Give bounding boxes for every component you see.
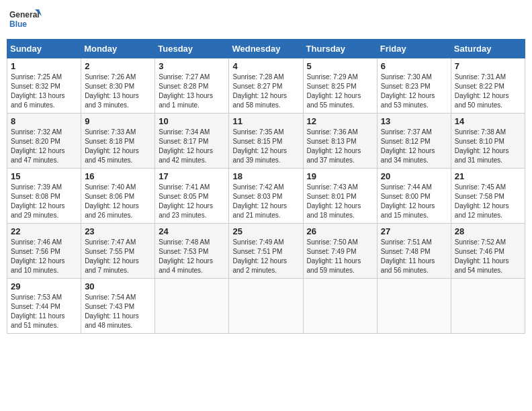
day-info: Sunrise: 7:52 AM Sunset: 7:46 PM Dayligh… [455,238,521,275]
calendar-cell [451,279,525,334]
day-number: 6 [381,61,447,71]
calendar-cell [303,279,377,334]
day-number: 28 [455,226,521,236]
calendar-cell: 29 Sunrise: 7:53 AM Sunset: 7:44 PM Dayl… [7,279,81,334]
day-number: 24 [159,226,225,236]
day-info: Sunrise: 7:40 AM Sunset: 8:06 PM Dayligh… [85,183,151,220]
day-number: 27 [381,226,447,236]
svg-text:Blue: Blue [9,19,27,29]
calendar-cell [377,279,451,334]
day-number: 5 [307,61,373,71]
day-info: Sunrise: 7:25 AM Sunset: 8:32 PM Dayligh… [11,73,77,110]
calendar-header-row: SundayMondayTuesdayWednesdayThursdayFrid… [7,40,525,58]
day-info: Sunrise: 7:45 AM Sunset: 7:58 PM Dayligh… [455,183,521,220]
day-info: Sunrise: 7:28 AM Sunset: 8:27 PM Dayligh… [232,73,299,110]
day-number: 18 [232,171,299,181]
calendar-week-4: 22 Sunrise: 7:46 AM Sunset: 7:56 PM Dayl… [7,224,525,279]
day-info: Sunrise: 7:30 AM Sunset: 8:23 PM Dayligh… [381,73,447,110]
column-header-saturday: Saturday [451,40,525,58]
day-number: 8 [11,116,77,126]
day-number: 11 [232,116,299,126]
day-info: Sunrise: 7:42 AM Sunset: 8:03 PM Dayligh… [232,183,299,220]
day-number: 1 [11,61,77,71]
calendar-table: SundayMondayTuesdayWednesdayThursdayFrid… [7,39,525,334]
calendar-cell: 5 Sunrise: 7:29 AM Sunset: 8:25 PM Dayli… [303,58,377,113]
day-info: Sunrise: 7:27 AM Sunset: 8:28 PM Dayligh… [159,73,225,110]
day-number: 12 [307,116,373,126]
day-info: Sunrise: 7:39 AM Sunset: 8:08 PM Dayligh… [11,183,77,220]
calendar-cell: 7 Sunrise: 7:31 AM Sunset: 8:22 PM Dayli… [451,58,525,113]
calendar-cell: 14 Sunrise: 7:38 AM Sunset: 8:10 PM Dayl… [451,113,525,169]
day-number: 13 [381,116,447,126]
calendar-cell [155,279,229,334]
logo-svg: General Blue [9,7,43,34]
day-number: 30 [85,281,151,291]
day-info: Sunrise: 7:47 AM Sunset: 7:55 PM Dayligh… [85,238,151,275]
calendar-cell: 8 Sunrise: 7:32 AM Sunset: 8:20 PM Dayli… [7,113,81,169]
calendar-cell: 1 Sunrise: 7:25 AM Sunset: 8:32 PM Dayli… [7,58,81,113]
column-header-friday: Friday [377,40,451,58]
calendar-cell: 9 Sunrise: 7:33 AM Sunset: 8:18 PM Dayli… [81,113,155,169]
calendar-cell: 13 Sunrise: 7:37 AM Sunset: 8:12 PM Dayl… [377,113,451,169]
day-info: Sunrise: 7:31 AM Sunset: 8:22 PM Dayligh… [455,73,521,110]
column-header-thursday: Thursday [303,40,377,58]
day-number: 15 [11,171,77,181]
day-info: Sunrise: 7:48 AM Sunset: 7:53 PM Dayligh… [159,238,225,275]
day-number: 7 [455,61,521,71]
day-number: 9 [85,116,151,126]
day-number: 23 [85,226,151,236]
svg-text:General: General [9,10,40,19]
day-number: 20 [381,171,447,181]
day-number: 22 [11,226,77,236]
calendar-cell: 16 Sunrise: 7:40 AM Sunset: 8:06 PM Dayl… [81,169,155,224]
calendar-cell: 25 Sunrise: 7:49 AM Sunset: 7:51 PM Dayl… [229,224,303,279]
calendar-cell: 18 Sunrise: 7:42 AM Sunset: 8:03 PM Dayl… [229,169,303,224]
day-number: 10 [159,116,225,126]
day-number: 29 [11,281,77,291]
page-header: General Blue [7,7,525,34]
day-info: Sunrise: 7:54 AM Sunset: 7:43 PM Dayligh… [85,293,151,330]
day-number: 4 [232,61,299,71]
calendar-cell: 10 Sunrise: 7:34 AM Sunset: 8:17 PM Dayl… [155,113,229,169]
column-header-tuesday: Tuesday [155,40,229,58]
logo: General Blue [9,7,43,34]
day-info: Sunrise: 7:36 AM Sunset: 8:13 PM Dayligh… [307,128,373,165]
day-info: Sunrise: 7:29 AM Sunset: 8:25 PM Dayligh… [307,73,373,110]
day-info: Sunrise: 7:50 AM Sunset: 7:49 PM Dayligh… [307,238,373,275]
calendar-week-1: 1 Sunrise: 7:25 AM Sunset: 8:32 PM Dayli… [7,58,525,113]
day-number: 16 [85,171,151,181]
calendar-cell: 27 Sunrise: 7:51 AM Sunset: 7:48 PM Dayl… [377,224,451,279]
day-number: 14 [455,116,521,126]
calendar-cell: 21 Sunrise: 7:45 AM Sunset: 7:58 PM Dayl… [451,169,525,224]
calendar-cell: 19 Sunrise: 7:43 AM Sunset: 8:01 PM Dayl… [303,169,377,224]
calendar-cell: 4 Sunrise: 7:28 AM Sunset: 8:27 PM Dayli… [229,58,303,113]
calendar-cell: 12 Sunrise: 7:36 AM Sunset: 8:13 PM Dayl… [303,113,377,169]
calendar-cell: 22 Sunrise: 7:46 AM Sunset: 7:56 PM Dayl… [7,224,81,279]
calendar-week-3: 15 Sunrise: 7:39 AM Sunset: 8:08 PM Dayl… [7,169,525,224]
day-info: Sunrise: 7:26 AM Sunset: 8:30 PM Dayligh… [85,73,151,110]
calendar-cell: 26 Sunrise: 7:50 AM Sunset: 7:49 PM Dayl… [303,224,377,279]
calendar-cell: 3 Sunrise: 7:27 AM Sunset: 8:28 PM Dayli… [155,58,229,113]
column-header-sunday: Sunday [7,40,81,58]
day-info: Sunrise: 7:34 AM Sunset: 8:17 PM Dayligh… [159,128,225,165]
day-info: Sunrise: 7:43 AM Sunset: 8:01 PM Dayligh… [307,183,373,220]
calendar-cell: 30 Sunrise: 7:54 AM Sunset: 7:43 PM Dayl… [81,279,155,334]
day-info: Sunrise: 7:53 AM Sunset: 7:44 PM Dayligh… [11,293,77,330]
calendar-cell: 20 Sunrise: 7:44 AM Sunset: 8:00 PM Dayl… [377,169,451,224]
day-number: 19 [307,171,373,181]
calendar-cell: 2 Sunrise: 7:26 AM Sunset: 8:30 PM Dayli… [81,58,155,113]
day-info: Sunrise: 7:41 AM Sunset: 8:05 PM Dayligh… [159,183,225,220]
calendar-cell [229,279,303,334]
calendar-cell: 28 Sunrise: 7:52 AM Sunset: 7:46 PM Dayl… [451,224,525,279]
calendar-cell: 24 Sunrise: 7:48 AM Sunset: 7:53 PM Dayl… [155,224,229,279]
day-info: Sunrise: 7:33 AM Sunset: 8:18 PM Dayligh… [85,128,151,165]
calendar-cell: 6 Sunrise: 7:30 AM Sunset: 8:23 PM Dayli… [377,58,451,113]
day-info: Sunrise: 7:44 AM Sunset: 8:00 PM Dayligh… [381,183,447,220]
day-number: 2 [85,61,151,71]
day-info: Sunrise: 7:46 AM Sunset: 7:56 PM Dayligh… [11,238,77,275]
calendar-week-5: 29 Sunrise: 7:53 AM Sunset: 7:44 PM Dayl… [7,279,525,334]
day-info: Sunrise: 7:32 AM Sunset: 8:20 PM Dayligh… [11,128,77,165]
day-number: 26 [307,226,373,236]
day-info: Sunrise: 7:49 AM Sunset: 7:51 PM Dayligh… [232,238,299,275]
day-number: 17 [159,171,225,181]
